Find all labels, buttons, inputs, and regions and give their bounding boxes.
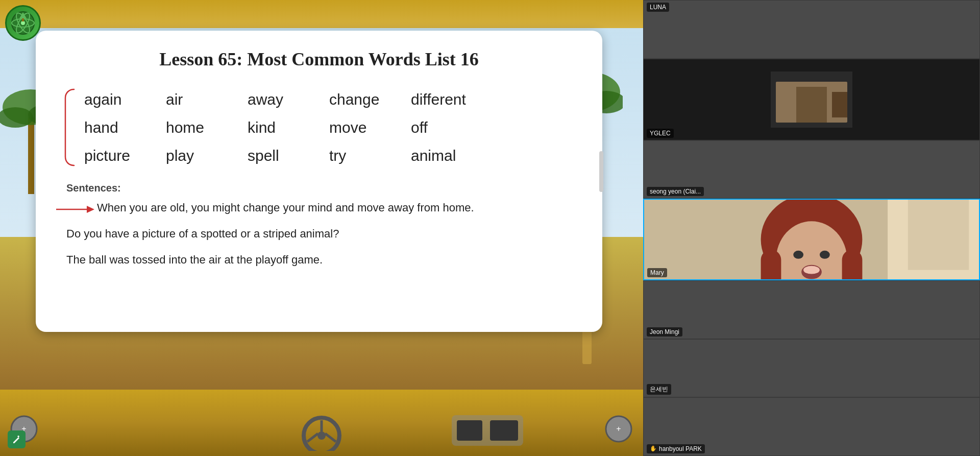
participant-tile-seong: seong yeon (Clai...: [643, 140, 980, 199]
svg-rect-31: [22, 18, 24, 21]
svg-line-17: [325, 434, 336, 442]
participants-sidebar: LUNA YGLEC seong yeon (Clai...: [643, 0, 980, 456]
sentences-section: Sentences: When you are old, you might c…: [61, 182, 577, 268]
participant-tile-jeonmingi: Jeon Mingi: [643, 280, 980, 339]
slide-divider: [599, 151, 603, 192]
luna-avatar: [644, 1, 979, 58]
word-animal: animal: [411, 141, 493, 170]
svg-point-29: [21, 21, 25, 25]
word-away: away: [248, 85, 329, 113]
participant-tile-mary: Mary: [643, 199, 980, 280]
words-grid: again air away change different hand hom…: [84, 85, 493, 170]
eunsaebin-avatar: [644, 340, 979, 397]
participant-tile-luna: LUNA: [643, 0, 980, 59]
jeep-bottom-bar: + +: [0, 390, 643, 456]
jeep-top-bar: [0, 0, 643, 28]
yglec-video: [644, 59, 979, 140]
svg-rect-37: [832, 92, 847, 117]
edit-button[interactable]: [8, 430, 26, 448]
svg-rect-19: [457, 420, 482, 441]
app-logo: [5, 5, 46, 46]
word-spell: spell: [248, 141, 329, 170]
right-control: +: [605, 415, 633, 443]
jeonmingi-label: Jeon Mingi: [647, 327, 682, 337]
participant-tile-yglec: YGLEC: [643, 59, 980, 140]
yglec-label: YGLEC: [647, 129, 674, 138]
svg-rect-46: [761, 250, 781, 279]
svg-text:+: +: [616, 424, 621, 433]
sentence-1-text: When you are old, you might change your …: [97, 201, 474, 214]
svg-point-48: [793, 251, 803, 259]
lesson-title: Lesson 65: Most Common Words List 16: [61, 49, 577, 70]
mary-figure-svg: [644, 200, 979, 279]
svg-marker-33: [87, 206, 94, 213]
seong-label: seong yeon (Clai...: [647, 187, 704, 196]
mary-label: Mary: [647, 268, 667, 277]
svg-rect-5: [28, 117, 34, 194]
sentence-arrow: [54, 202, 94, 217]
word-kind: kind: [248, 113, 329, 141]
logo-svg: [10, 10, 36, 36]
edit-icon-svg: [12, 435, 21, 444]
main-content-area: + + Lesson 65: Mos: [0, 0, 643, 456]
word-home: home: [166, 113, 248, 141]
svg-rect-47: [842, 250, 863, 279]
participant-tile-hanbyoul: ✋ hanbyoul PARK: [643, 397, 980, 456]
svg-rect-40: [908, 200, 969, 270]
word-air: air: [166, 85, 248, 113]
hand-raise-icon: ✋: [650, 445, 657, 452]
bracket-decoration: [61, 85, 77, 170]
sentence-3: The ball was tossed into the air at the …: [66, 251, 577, 268]
word-off: off: [411, 113, 493, 141]
sentence-1: When you are old, you might change your …: [66, 199, 577, 216]
word-change: change: [329, 85, 411, 113]
word-different: different: [411, 85, 493, 113]
sentence-3-text: The ball was tossed into the air at the …: [66, 253, 323, 266]
svg-point-49: [820, 251, 830, 259]
jeonmingi-avatar: [644, 281, 979, 339]
sentence-2: Do you have a picture of a spotted or a …: [66, 225, 577, 242]
sentence-2-text: Do you have a picture of a spotted or a …: [66, 227, 339, 240]
sentences-label: Sentences:: [66, 182, 577, 194]
participant-tile-eunsaebin: 은세빈: [643, 339, 980, 398]
word-play: play: [166, 141, 248, 170]
room-thumbnail: [771, 71, 852, 128]
lesson-slide-card: Lesson 65: Most Common Words List 16 aga…: [36, 31, 602, 332]
svg-line-16: [307, 434, 318, 442]
word-try: try: [329, 141, 411, 170]
svg-rect-36: [796, 87, 827, 123]
word-move: move: [329, 113, 411, 141]
hanbyoul-label: ✋ hanbyoul PARK: [647, 444, 705, 453]
luna-label: LUNA: [647, 3, 669, 12]
word-again: again: [84, 85, 166, 113]
words-section: again air away change different hand hom…: [61, 85, 577, 170]
word-hand: hand: [84, 113, 166, 141]
word-picture: picture: [84, 141, 166, 170]
steering-wheel: [296, 410, 347, 451]
mary-video: [644, 200, 979, 279]
dashboard-controls: [449, 413, 526, 448]
svg-point-51: [803, 266, 820, 274]
svg-point-14: [317, 431, 326, 440]
eunsaebin-label: 은세빈: [647, 384, 671, 395]
svg-rect-20: [490, 420, 518, 441]
